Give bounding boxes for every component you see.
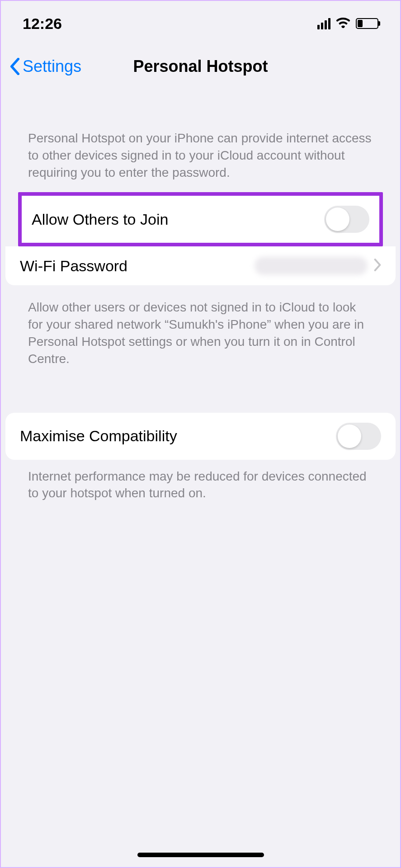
allow-others-footer: Allow other users or devices not signed … xyxy=(1,299,400,367)
compat-footer: Internet performance may be reduced for … xyxy=(1,468,400,502)
back-button[interactable]: Settings xyxy=(10,57,81,76)
status-time: 12:26 xyxy=(23,15,62,33)
wifi-password-group: Wi-Fi Password xyxy=(5,246,396,285)
toggle-knob xyxy=(338,425,361,448)
compat-group: Maximise Compatibility xyxy=(5,413,396,460)
battery-icon xyxy=(356,18,378,29)
wifi-password-value-blurred xyxy=(255,257,368,275)
status-indicators xyxy=(317,17,378,30)
back-label: Settings xyxy=(23,57,81,76)
allow-others-toggle[interactable] xyxy=(324,206,369,233)
page-title: Personal Hotspot xyxy=(133,57,268,76)
maximise-compat-toggle[interactable] xyxy=(336,423,381,450)
allow-others-row[interactable]: Allow Others to Join xyxy=(22,196,379,243)
status-bar: 12:26 xyxy=(1,1,400,46)
wifi-password-label: Wi-Fi Password xyxy=(20,257,127,275)
chevron-left-icon xyxy=(10,58,20,75)
maximise-compat-row[interactable]: Maximise Compatibility xyxy=(5,413,396,460)
highlight-allow-others: Allow Others to Join xyxy=(18,192,383,246)
home-indicator[interactable] xyxy=(137,853,264,857)
maximise-compat-label: Maximise Compatibility xyxy=(20,427,177,445)
nav-header: Settings Personal Hotspot xyxy=(1,46,400,87)
cellular-signal-icon xyxy=(317,18,330,29)
wifi-password-row[interactable]: Wi-Fi Password xyxy=(5,246,396,285)
wifi-icon xyxy=(336,17,350,30)
toggle-knob xyxy=(326,208,349,231)
allow-others-label: Allow Others to Join xyxy=(32,211,168,228)
chevron-right-icon xyxy=(374,257,381,275)
intro-caption: Personal Hotspot on your iPhone can prov… xyxy=(1,130,400,181)
